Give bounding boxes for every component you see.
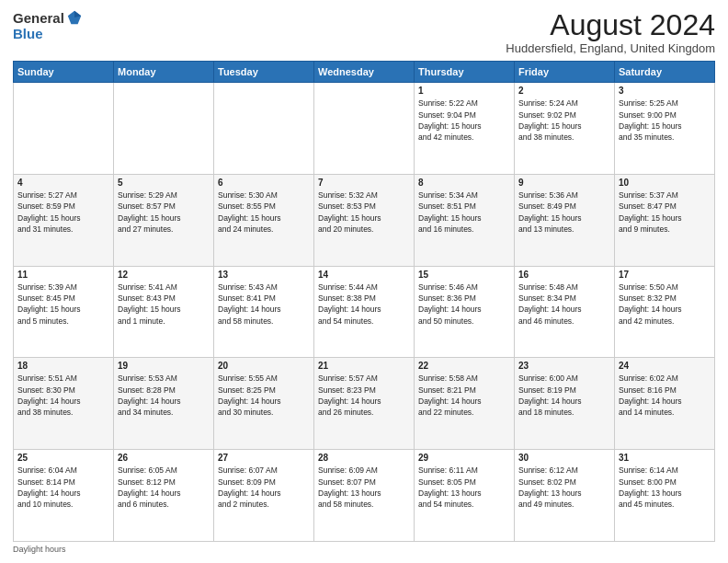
day-info-line: and 49 minutes. xyxy=(518,499,610,510)
day-number: 22 xyxy=(418,361,510,371)
day-info-line: Daylight: 15 hours xyxy=(619,213,711,224)
day-info-line: Sunset: 9:02 PM xyxy=(518,109,610,121)
day-info-line: Sunrise: 5:32 AM xyxy=(318,190,410,201)
calendar-cell xyxy=(14,83,114,175)
calendar-cell: 5Sunrise: 5:29 AMSunset: 8:57 PMDaylight… xyxy=(114,174,214,266)
day-info-line: and 2 minutes. xyxy=(218,499,310,510)
day-info-line: Daylight: 15 hours xyxy=(17,213,109,224)
day-info-line: Daylight: 15 hours xyxy=(318,213,410,224)
day-info-line: Sunset: 8:00 PM xyxy=(619,477,711,488)
day-info-line: Sunrise: 5:51 AM xyxy=(17,373,109,384)
day-number: 26 xyxy=(118,453,210,463)
calendar-cell: 19Sunrise: 5:53 AMSunset: 8:28 PMDayligh… xyxy=(114,358,214,450)
day-number: 1 xyxy=(418,86,510,96)
calendar-cell: 28Sunrise: 6:09 AMSunset: 8:07 PMDayligh… xyxy=(314,450,415,542)
day-info-line: Daylight: 15 hours xyxy=(218,213,310,224)
day-info-line: Sunset: 9:00 PM xyxy=(619,109,711,121)
day-info-line: and 14 minutes. xyxy=(619,407,711,418)
calendar-cell: 2Sunrise: 5:24 AMSunset: 9:02 PMDaylight… xyxy=(515,83,615,175)
title-section: August 2024 Huddersfield, England, Unite… xyxy=(506,9,715,55)
day-number: 27 xyxy=(218,453,310,463)
day-info-line: Sunset: 8:30 PM xyxy=(17,385,109,396)
day-info-line: Sunrise: 6:04 AM xyxy=(17,465,109,476)
day-info-line: and 13 minutes. xyxy=(518,224,610,235)
day-info-line: Sunrise: 5:27 AM xyxy=(17,190,109,201)
day-info-line: Daylight: 14 hours xyxy=(518,396,610,407)
day-info-line: Sunrise: 5:48 AM xyxy=(518,282,610,293)
day-info-line: and 58 minutes. xyxy=(218,316,310,327)
day-info-line: Sunset: 8:09 PM xyxy=(218,477,310,488)
day-info-line: Daylight: 15 hours xyxy=(118,304,210,315)
day-number: 24 xyxy=(619,361,711,371)
logo-general: General xyxy=(13,10,64,26)
day-info-line: Sunrise: 5:41 AM xyxy=(118,282,210,293)
col-monday: Monday xyxy=(114,62,214,83)
day-info-line: Daylight: 14 hours xyxy=(318,304,410,315)
calendar-cell: 24Sunrise: 6:02 AMSunset: 8:16 PMDayligh… xyxy=(615,358,715,450)
day-info-line: Daylight: 15 hours xyxy=(418,121,510,132)
day-info-line: and 38 minutes. xyxy=(17,407,109,418)
footer-note: Daylight hours xyxy=(13,545,715,554)
day-info-line: Sunrise: 6:09 AM xyxy=(318,465,410,476)
day-number: 18 xyxy=(17,361,109,371)
calendar-cell: 22Sunrise: 5:58 AMSunset: 8:21 PMDayligh… xyxy=(415,358,515,450)
day-info-line: Daylight: 15 hours xyxy=(619,121,711,132)
day-info-line: Sunset: 8:41 PM xyxy=(218,293,310,304)
calendar-cell: 21Sunrise: 5:57 AMSunset: 8:23 PMDayligh… xyxy=(314,358,415,450)
col-sunday: Sunday xyxy=(14,62,114,83)
col-tuesday: Tuesday xyxy=(214,62,314,83)
day-number: 17 xyxy=(619,270,711,280)
calendar-cell xyxy=(314,83,415,175)
day-number: 11 xyxy=(17,270,109,280)
day-number: 21 xyxy=(318,361,410,371)
day-info-line: Sunset: 8:49 PM xyxy=(518,201,610,212)
day-info-line: and 20 minutes. xyxy=(318,224,410,235)
day-info-line: and 9 minutes. xyxy=(619,224,711,235)
day-info-line: Sunrise: 6:02 AM xyxy=(619,373,711,384)
day-info-line: Daylight: 13 hours xyxy=(619,488,711,499)
logo: General Blue xyxy=(13,9,83,41)
day-info-line: Sunrise: 5:57 AM xyxy=(318,373,410,384)
day-number: 7 xyxy=(318,178,410,188)
day-number: 15 xyxy=(418,270,510,280)
calendar-cell: 30Sunrise: 6:12 AMSunset: 8:02 PMDayligh… xyxy=(515,450,615,542)
day-info-line: Sunrise: 5:22 AM xyxy=(418,98,510,109)
calendar-cell: 12Sunrise: 5:41 AMSunset: 8:43 PMDayligh… xyxy=(114,266,214,358)
day-info-line: Daylight: 14 hours xyxy=(418,304,510,315)
day-info-line: Sunrise: 5:50 AM xyxy=(619,282,711,293)
day-info-line: Sunset: 8:43 PM xyxy=(118,293,210,304)
day-number: 4 xyxy=(17,178,109,188)
day-info-line: Daylight: 14 hours xyxy=(118,396,210,407)
calendar-cell: 26Sunrise: 6:05 AMSunset: 8:12 PMDayligh… xyxy=(114,450,214,542)
calendar-week-4: 18Sunrise: 5:51 AMSunset: 8:30 PMDayligh… xyxy=(14,358,715,450)
day-info-line: and 35 minutes. xyxy=(619,132,711,143)
calendar-week-3: 11Sunrise: 5:39 AMSunset: 8:45 PMDayligh… xyxy=(14,266,715,358)
day-info-line: and 5 minutes. xyxy=(17,316,109,327)
day-info-line: Daylight: 13 hours xyxy=(318,488,410,499)
day-number: 10 xyxy=(619,178,711,188)
calendar-header-row: Sunday Monday Tuesday Wednesday Thursday… xyxy=(14,62,715,83)
daylight-label: Daylight hours xyxy=(13,545,66,554)
calendar-week-5: 25Sunrise: 6:04 AMSunset: 8:14 PMDayligh… xyxy=(14,450,715,542)
day-info-line: and 50 minutes. xyxy=(418,316,510,327)
day-info-line: Sunset: 8:57 PM xyxy=(118,201,210,212)
day-number: 2 xyxy=(518,86,610,96)
day-info-line: and 46 minutes. xyxy=(518,316,610,327)
day-info-line: Sunset: 8:02 PM xyxy=(518,477,610,488)
calendar-cell: 29Sunrise: 6:11 AMSunset: 8:05 PMDayligh… xyxy=(415,450,515,542)
day-info-line: Sunset: 8:38 PM xyxy=(318,293,410,304)
day-info-line: and 38 minutes. xyxy=(518,132,610,143)
day-number: 19 xyxy=(118,361,210,371)
day-info-line: Daylight: 13 hours xyxy=(518,488,610,499)
day-info-line: Sunrise: 6:12 AM xyxy=(518,465,610,476)
day-number: 16 xyxy=(518,270,610,280)
calendar-cell: 13Sunrise: 5:43 AMSunset: 8:41 PMDayligh… xyxy=(214,266,314,358)
day-info-line: and 42 minutes. xyxy=(418,132,510,143)
day-number: 25 xyxy=(17,453,109,463)
day-info-line: and 6 minutes. xyxy=(118,499,210,510)
day-number: 12 xyxy=(118,270,210,280)
calendar-cell: 8Sunrise: 5:34 AMSunset: 8:51 PMDaylight… xyxy=(415,174,515,266)
calendar-cell: 27Sunrise: 6:07 AMSunset: 8:09 PMDayligh… xyxy=(214,450,314,542)
calendar-cell: 3Sunrise: 5:25 AMSunset: 9:00 PMDaylight… xyxy=(615,83,715,175)
calendar-week-1: 1Sunrise: 5:22 AMSunset: 9:04 PMDaylight… xyxy=(14,83,715,175)
